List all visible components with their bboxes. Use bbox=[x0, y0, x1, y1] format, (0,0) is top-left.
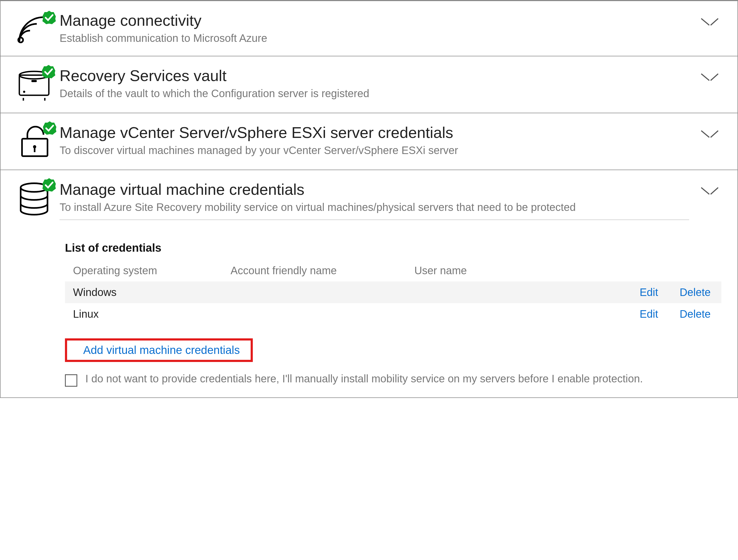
add-credentials-highlight: Add virtual machine credentials bbox=[65, 338, 253, 362]
check-badge-icon bbox=[41, 64, 56, 80]
svg-marker-8 bbox=[42, 65, 55, 78]
svg-point-5 bbox=[23, 91, 25, 93]
col-friendly: Account friendly name bbox=[223, 260, 406, 282]
credentials-list-heading: List of credentials bbox=[65, 241, 721, 254]
svg-point-0 bbox=[18, 38, 23, 42]
col-user: User name bbox=[406, 260, 629, 282]
section-manage-connectivity[interactable]: Manage connectivity Establish communicat… bbox=[1, 1, 737, 56]
vault-icon bbox=[17, 67, 60, 102]
section-subtitle: Establish communication to Microsoft Azu… bbox=[60, 31, 689, 45]
chevron-down-icon[interactable] bbox=[700, 17, 719, 29]
section-recovery-vault[interactable]: Recovery Services vault Details of the v… bbox=[1, 56, 737, 113]
opt-out-checkbox[interactable] bbox=[65, 374, 77, 387]
svg-marker-12 bbox=[43, 121, 56, 135]
delete-link[interactable]: Delete bbox=[677, 286, 713, 298]
cell-friendly bbox=[223, 282, 406, 303]
check-badge-icon bbox=[42, 121, 57, 136]
section-subtitle: To install Azure Site Recovery mobility … bbox=[60, 200, 689, 214]
svg-rect-4 bbox=[31, 80, 37, 82]
section-title: Recovery Services vault bbox=[60, 67, 689, 84]
delete-link[interactable]: Delete bbox=[677, 308, 713, 320]
cell-friendly bbox=[223, 303, 406, 325]
lock-icon bbox=[17, 124, 60, 159]
chevron-down-icon[interactable] bbox=[700, 129, 719, 141]
add-vm-credentials-link[interactable]: Add virtual machine credentials bbox=[83, 344, 240, 356]
section-subtitle: Details of the vault to which the Config… bbox=[60, 86, 689, 100]
vm-credentials-panel: List of credentials Operating system Acc… bbox=[1, 241, 737, 387]
cell-os: Linux bbox=[65, 303, 223, 325]
svg-marker-1 bbox=[42, 11, 56, 24]
section-vcenter-credentials[interactable]: Manage vCenter Server/vSphere ESXi serve… bbox=[1, 113, 737, 170]
svg-marker-14 bbox=[42, 178, 56, 191]
cell-user bbox=[406, 303, 629, 325]
cell-user bbox=[406, 282, 629, 303]
cell-os: Windows bbox=[65, 282, 223, 303]
check-badge-icon bbox=[42, 178, 56, 193]
table-row: Windows Edit Delete bbox=[65, 282, 721, 303]
opt-out-label: I do not want to provide credentials her… bbox=[85, 373, 643, 385]
credentials-table: Operating system Account friendly name U… bbox=[65, 260, 721, 325]
chevron-down-icon[interactable] bbox=[700, 72, 719, 84]
edit-link[interactable]: Edit bbox=[637, 286, 661, 298]
section-subtitle: To discover virtual machines managed by … bbox=[60, 143, 689, 157]
svg-point-10 bbox=[33, 145, 36, 148]
section-title: Manage vCenter Server/vSphere ESXi serve… bbox=[60, 124, 689, 141]
section-title: Manage virtual machine credentials bbox=[60, 181, 689, 198]
col-os: Operating system bbox=[65, 260, 223, 282]
edit-link[interactable]: Edit bbox=[637, 308, 661, 320]
database-icon bbox=[17, 181, 60, 218]
divider bbox=[60, 219, 689, 220]
table-row: Linux Edit Delete bbox=[65, 303, 721, 325]
check-badge-icon bbox=[42, 10, 56, 26]
section-vm-credentials[interactable]: Manage virtual machine credentials To in… bbox=[1, 170, 737, 225]
chevron-down-icon[interactable] bbox=[700, 186, 719, 198]
section-title: Manage connectivity bbox=[60, 12, 689, 29]
connectivity-icon bbox=[17, 12, 60, 44]
opt-out-row: I do not want to provide credentials her… bbox=[65, 373, 721, 387]
